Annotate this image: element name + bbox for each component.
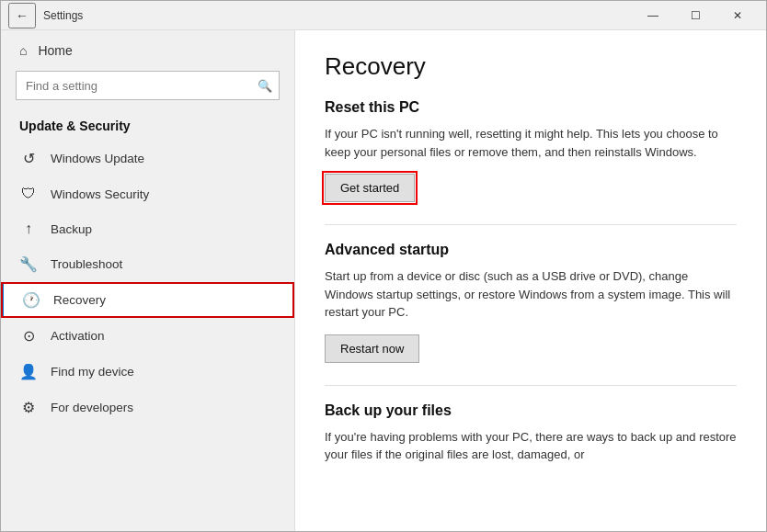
- content-area: Recovery Reset this PC If your PC isn't …: [295, 30, 766, 531]
- sidebar-item-label: Windows Update: [51, 152, 144, 165]
- sidebar-item-windows-update[interactable]: ↺ Windows Update: [1, 141, 294, 176]
- sidebar-item-label: Recovery: [53, 293, 106, 307]
- sidebar-search-container: 🔍: [16, 71, 280, 100]
- sidebar-item-label: For developers: [51, 401, 133, 414]
- titlebar: ← Settings — ☐ ✕: [1, 1, 766, 30]
- sidebar-item-recovery[interactable]: 🕐 Recovery: [1, 282, 294, 318]
- sidebar-item-label: Troubleshoot: [51, 257, 122, 271]
- for-developers-icon: ⚙: [19, 399, 38, 416]
- sidebar-item-home[interactable]: ⌂ Home: [1, 30, 294, 71]
- sidebar-item-for-developers[interactable]: ⚙ For developers: [1, 390, 294, 425]
- troubleshoot-icon: 🔧: [19, 255, 38, 273]
- reset-pc-section: Reset this PC If your PC isn't running w…: [325, 99, 737, 202]
- advanced-startup-section: Advanced startup Start up from a device …: [325, 242, 737, 363]
- sidebar-item-windows-security[interactable]: 🛡 Windows Security: [1, 176, 294, 211]
- titlebar-title: Settings: [43, 9, 632, 22]
- advanced-startup-desc: Start up from a device or disc (such as …: [325, 267, 737, 322]
- reset-pc-title: Reset this PC: [325, 99, 737, 116]
- page-title: Recovery: [325, 52, 737, 81]
- sidebar-item-label: Activation: [51, 329, 105, 343]
- recovery-icon: 🕐: [22, 291, 40, 309]
- sidebar: ⌂ Home 🔍 Update & Security ↺ Windows Upd…: [1, 30, 295, 531]
- window-controls: — ☐ ✕: [632, 1, 759, 30]
- backup-icon: ↑: [19, 221, 38, 237]
- windows-update-icon: ↺: [19, 150, 38, 167]
- find-my-device-icon: 👤: [19, 363, 38, 380]
- sidebar-item-activation[interactable]: ⊙ Activation: [1, 318, 294, 354]
- back-button[interactable]: ←: [8, 3, 36, 28]
- advanced-startup-title: Advanced startup: [325, 242, 737, 258]
- activation-icon: ⊙: [19, 327, 38, 345]
- restart-now-button[interactable]: Restart now: [325, 334, 419, 363]
- sidebar-section-title: Update & Security: [1, 111, 294, 141]
- sidebar-item-label: Find my device: [51, 365, 134, 379]
- divider-2: [325, 385, 737, 386]
- sidebar-item-find-my-device[interactable]: 👤 Find my device: [1, 354, 294, 390]
- home-icon: ⌂: [19, 43, 27, 58]
- sidebar-item-troubleshoot[interactable]: 🔧 Troubleshoot: [1, 246, 294, 282]
- main-layout: ⌂ Home 🔍 Update & Security ↺ Windows Upd…: [1, 30, 766, 531]
- close-button[interactable]: ✕: [716, 1, 759, 30]
- divider-1: [325, 224, 737, 225]
- search-input[interactable]: [16, 71, 280, 100]
- get-started-button[interactable]: Get started: [325, 174, 415, 202]
- sidebar-item-backup[interactable]: ↑ Backup: [1, 211, 294, 246]
- restore-button[interactable]: ☐: [674, 1, 716, 30]
- windows-security-icon: 🛡: [19, 186, 38, 202]
- back-up-files-title: Back up your files: [325, 402, 737, 419]
- sidebar-item-label: Windows Security: [51, 187, 149, 201]
- sidebar-item-label: Backup: [51, 222, 92, 236]
- sidebar-home-label: Home: [38, 43, 72, 58]
- minimize-button[interactable]: —: [632, 1, 674, 30]
- back-up-files-section: Back up your files If you're having prob…: [325, 402, 737, 464]
- reset-pc-desc: If your PC isn't running well, resetting…: [325, 125, 737, 161]
- back-up-files-desc: If you're having problems with your PC, …: [325, 428, 737, 464]
